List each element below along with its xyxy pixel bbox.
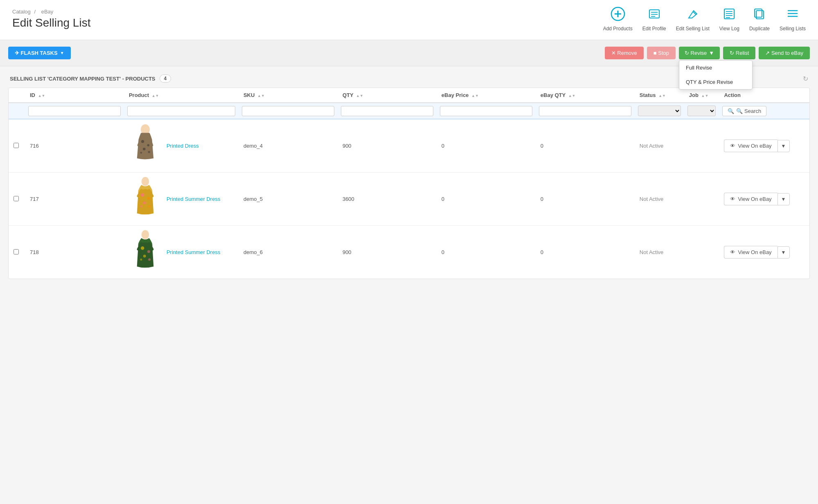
relist-button[interactable]: ↻ Relist: [723, 47, 755, 59]
row-ebay-price: 0: [437, 226, 536, 279]
action-edit-selling-list[interactable]: Edit Selling List: [676, 7, 710, 32]
filter-job-select[interactable]: [687, 106, 716, 116]
col-sku-header[interactable]: SKU ▲▼: [239, 88, 338, 103]
action-add-products[interactable]: Add Products: [603, 7, 633, 32]
table-row: 717 Printed Summer Dress demo_5 3600 0 0…: [9, 173, 809, 226]
filter-status-select[interactable]: ActiveNot Active: [638, 106, 681, 116]
view-on-ebay-caret[interactable]: ▼: [777, 140, 790, 152]
table-header-row: ID ▲▼ Product ▲▼ SKU ▲▼ QTY ▲▼: [9, 88, 809, 103]
view-on-ebay-caret[interactable]: ▼: [777, 193, 790, 205]
row-action: 👁 View On eBay ▼: [719, 226, 809, 279]
col-job-header[interactable]: Job ▲▼: [684, 88, 719, 103]
row-status: Not Active: [635, 119, 684, 173]
col-qty-header[interactable]: QTY ▲▼: [338, 88, 437, 103]
row-status: Not Active: [635, 226, 684, 279]
row-qty: 900: [338, 226, 437, 279]
row-ebay-price: 0: [437, 119, 536, 173]
filter-ebay-qty-input[interactable]: [539, 106, 631, 116]
view-on-ebay-caret[interactable]: ▼: [777, 246, 790, 259]
product-name-link[interactable]: Printed Summer Dress: [167, 196, 220, 202]
eye-icon: 👁: [730, 196, 735, 202]
product-image: [129, 229, 162, 275]
row-ebay-qty: 0: [536, 226, 635, 279]
col-ebay-qty-header[interactable]: eBay QTY ▲▼: [536, 88, 635, 103]
action-view-log[interactable]: View Log: [719, 7, 739, 32]
toolbar-right: ✕ Remove ■ Stop ↻ Revise ▼ Full Revise Q…: [605, 47, 810, 59]
row-action: 👁 View On eBay ▼: [719, 173, 809, 226]
view-on-ebay-button[interactable]: 👁 View On eBay: [724, 246, 777, 259]
filter-checkbox-cell: [9, 103, 25, 119]
ebay-qty-sort-icon: ▲▼: [568, 94, 576, 98]
row-status: Not Active: [635, 173, 684, 226]
remove-button[interactable]: ✕ Remove: [605, 47, 644, 59]
stop-label: ■ Stop: [653, 50, 669, 56]
view-on-ebay-button[interactable]: 👁 View On eBay: [724, 193, 777, 205]
edit-selling-list-label: Edit Selling List: [676, 26, 710, 32]
product-image: [129, 176, 162, 222]
svg-rect-25: [141, 133, 150, 136]
revise-arrow: ▼: [709, 50, 714, 56]
row-sku: demo_4: [239, 119, 338, 173]
breadcrumb: Catalog / eBay: [12, 9, 90, 15]
qty-price-revise-item[interactable]: QTY & Price Revise: [679, 75, 752, 89]
duplicate-icon: [752, 7, 767, 24]
filter-ebay-price-input[interactable]: [440, 106, 532, 116]
revise-button[interactable]: ↻ Revise ▼: [679, 47, 720, 59]
remove-label: ✕ Remove: [611, 50, 637, 56]
view-ebay-wrapper: 👁 View On eBay ▼: [724, 193, 804, 205]
row-checkbox[interactable]: [14, 196, 19, 201]
revise-dropdown-menu: Full Revise QTY & Price Revise: [679, 60, 753, 90]
refresh-button[interactable]: ↻: [803, 75, 808, 83]
product-name-link[interactable]: Printed Dress: [167, 143, 199, 149]
row-id: 718: [25, 226, 124, 279]
row-checkbox[interactable]: [14, 143, 19, 148]
row-ebay-qty: 0: [536, 119, 635, 173]
product-image: [129, 123, 162, 169]
row-product: Printed Summer Dress: [124, 226, 239, 279]
send-to-ebay-button[interactable]: ↗ Send to eBay: [759, 47, 810, 59]
filter-row: ActiveNot Active 🔍 🔍 Search: [9, 103, 809, 119]
row-product: Printed Summer Dress: [124, 173, 239, 225]
action-duplicate[interactable]: Duplicate: [749, 7, 770, 32]
filter-qty-input[interactable]: [341, 106, 433, 116]
filter-id-input[interactable]: [28, 106, 121, 116]
breadcrumb-catalog[interactable]: Catalog: [12, 9, 31, 15]
svg-point-32: [148, 205, 151, 208]
search-button[interactable]: 🔍 🔍 Search: [722, 106, 766, 116]
row-checkbox-cell: [9, 226, 25, 279]
products-table-wrapper: ID ▲▼ Product ▲▼ SKU ▲▼ QTY ▲▼: [8, 88, 810, 279]
view-log-label: View Log: [719, 26, 739, 32]
svg-point-39: [143, 255, 146, 258]
flash-tasks-label: ✈ FLASH TASKS: [15, 50, 58, 56]
filter-search-cell: 🔍 🔍 Search: [719, 103, 809, 119]
action-selling-lists[interactable]: Selling Lists: [780, 7, 806, 32]
action-edit-profile[interactable]: Edit Profile: [642, 7, 666, 32]
view-on-ebay-button[interactable]: 👁 View On eBay: [724, 140, 777, 152]
view-ebay-wrapper: 👁 View On eBay ▼: [724, 140, 804, 152]
flash-tasks-button[interactable]: ✈ FLASH TASKS ▼: [8, 47, 71, 59]
filter-id-cell: [25, 103, 124, 119]
svg-rect-3: [649, 10, 659, 18]
edit-selling-list-icon: [685, 7, 700, 24]
col-status-header[interactable]: Status ▲▼: [635, 88, 684, 103]
svg-point-38: [147, 250, 150, 253]
col-product-header[interactable]: Product ▲▼: [124, 88, 239, 103]
page-header: Catalog / eBay Edit Selling List Add Pro…: [0, 0, 818, 40]
product-name-link[interactable]: Printed Summer Dress: [167, 249, 220, 255]
ebay-price-sort-icon: ▲▼: [471, 94, 479, 98]
col-id-header[interactable]: ID ▲▼: [25, 88, 124, 103]
filter-ebay-qty-cell: [536, 103, 635, 119]
title-area: Catalog / eBay Edit Selling List: [12, 9, 90, 29]
svg-point-37: [141, 246, 144, 250]
col-ebay-price-header[interactable]: eBay Price ▲▼: [437, 88, 536, 103]
table-row: 718 Printed Summer Dress demo_6 900 0 0 …: [9, 226, 809, 279]
filter-product-input[interactable]: [127, 106, 235, 116]
filter-qty-cell: [338, 103, 437, 119]
filter-job-cell: [684, 103, 719, 119]
row-checkbox[interactable]: [14, 249, 19, 254]
stop-button[interactable]: ■ Stop: [647, 47, 676, 59]
filter-sku-input[interactable]: [242, 106, 334, 116]
qty-sort-icon: ▲▼: [356, 94, 363, 98]
view-ebay-wrapper: 👁 View On eBay ▼: [724, 246, 804, 259]
full-revise-item[interactable]: Full Revise: [679, 61, 752, 75]
